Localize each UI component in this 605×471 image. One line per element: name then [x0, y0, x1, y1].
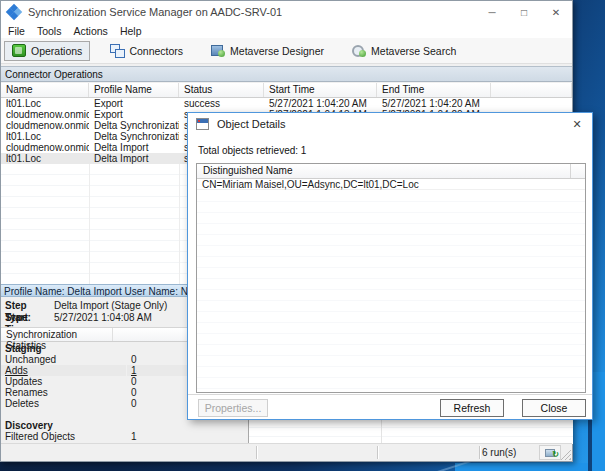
stat-label: [1, 409, 126, 420]
wallpaper-logo-pane: [592, 372, 605, 471]
desktop: { "window": { "title": "Synchronization …: [0, 0, 605, 471]
dialog-title: Object Details: [217, 118, 285, 130]
menu-actions[interactable]: Actions: [67, 25, 113, 37]
window-title: Synchronization Service Manager on AADC-…: [28, 6, 282, 18]
column-header-status[interactable]: Status: [179, 83, 264, 97]
cell-status: success: [179, 98, 264, 109]
start-time-label: Start Time:: [1, 312, 54, 324]
sync-statistics-title: Synchronization Statistics: [1, 328, 113, 341]
column-header-name[interactable]: Name: [1, 83, 89, 97]
table-row[interactable]: lt01.Loc Export success 5/27/2021 1:04:2…: [1, 98, 572, 109]
stat-label: Updates: [1, 376, 126, 387]
object-details-dialog: Object Details ✕ Total objects retrieved…: [187, 112, 593, 420]
cell-name: lt01.Loc: [1, 98, 89, 109]
stat-label: Filtered Objects: [1, 431, 126, 442]
app-sync-diamond-icon: [7, 5, 21, 19]
dialog-separator: [188, 394, 592, 395]
total-objects-label: Total objects retrieved: 1: [198, 145, 306, 156]
stat-label: Renames: [1, 387, 126, 398]
cell-name: lt01.Loc: [1, 153, 89, 164]
stat-label: Staging: [1, 343, 126, 354]
stat-value: [126, 420, 225, 431]
refresh-button[interactable]: Refresh: [440, 399, 504, 417]
operations-book-icon: [12, 44, 26, 57]
wallpaper-logo-pane: [455, 463, 588, 471]
connectors-icon: [110, 44, 124, 57]
column-header-profile-name[interactable]: Profile Name: [89, 83, 179, 97]
toolbar: Operations Connectors Metaverse Designer…: [1, 38, 572, 64]
stat-label: Deletes: [1, 398, 126, 409]
stat-adds-link[interactable]: Adds: [1, 365, 126, 376]
menu-help[interactable]: Help: [114, 25, 148, 37]
dialog-close-button[interactable]: ✕: [562, 113, 592, 135]
stat-row-discovery: Discovery: [1, 420, 248, 431]
metaverse-designer-icon: [211, 44, 225, 57]
stat-label: Discovery: [1, 420, 126, 431]
dn-list-item[interactable]: CN=Miriam Maisel,OU=Adsync,DC=lt01,DC=Lo…: [197, 179, 585, 190]
column-header-distinguished-name[interactable]: Distinguished Name: [197, 164, 571, 178]
connectors-button[interactable]: Connectors: [102, 41, 191, 61]
metaverse-search-button[interactable]: Metaverse Search: [344, 41, 464, 61]
form-window-icon: [196, 118, 209, 130]
cell-name: cloudmenow.onmicros...: [1, 142, 89, 153]
menu-file[interactable]: File: [1, 25, 31, 37]
cell-profile: Delta Import: [89, 142, 179, 153]
metaverse-search-icon: [352, 44, 366, 57]
status-bar: 6 run(s) ↻: [1, 443, 572, 461]
close-button[interactable]: ✕: [540, 1, 572, 23]
column-header-start-time[interactable]: Start Time: [264, 83, 377, 97]
cell-profile: Delta Import: [89, 153, 179, 164]
run-count-status: 6 run(s): [482, 444, 516, 461]
metaverse-designer-label: Metaverse Designer: [230, 45, 324, 57]
stat-row-filtered-objects: Filtered Objects 1: [1, 431, 248, 442]
stat-label: Unchanged: [1, 354, 126, 365]
dialog-title-bar: Object Details ✕: [188, 113, 592, 135]
connector-operations-header: Connector Operations: [1, 66, 572, 82]
metaverse-search-label: Metaverse Search: [371, 45, 456, 57]
window-controls: ─ □ ✕: [476, 1, 572, 23]
stat-value: 1: [126, 431, 225, 442]
title-bar: Synchronization Service Manager on AADC-…: [1, 1, 572, 23]
cell-name: lt01.Loc: [1, 131, 89, 142]
cell-start: 5/27/2021 1:04:20 AM: [264, 98, 377, 109]
cell-profile: Delta Synchronization: [89, 131, 179, 142]
operations-label: Operations: [31, 45, 82, 57]
distinguished-name-list: Distinguished Name CN=Miriam Maisel,OU=A…: [196, 163, 586, 393]
operations-table-header: Name Profile Name Status Start Time End …: [1, 83, 572, 98]
menu-tools[interactable]: Tools: [31, 25, 68, 37]
column-header-end-time[interactable]: End Time: [377, 83, 491, 97]
dialog-close-action-button[interactable]: Close: [522, 399, 586, 417]
cell-end: 5/27/2021 1:04:20 AM: [377, 98, 491, 109]
minimize-button[interactable]: ─: [476, 1, 508, 23]
cell-profile: Delta Synchronization: [89, 120, 179, 131]
maximize-button[interactable]: □: [508, 1, 540, 23]
menu-bar: File Tools Actions Help: [1, 23, 572, 38]
operations-button[interactable]: Operations: [4, 41, 90, 61]
column-header-spacer: [491, 83, 572, 97]
resize-grip[interactable]: [560, 449, 571, 460]
connectors-label: Connectors: [129, 45, 183, 57]
dn-header-spacer: [571, 164, 585, 178]
cell-name: cloudmenow.onmicros...: [1, 120, 89, 131]
step-type-label: Step Type:: [1, 300, 54, 312]
properties-button: Properties...: [198, 399, 268, 417]
metaverse-designer-button[interactable]: Metaverse Designer: [203, 41, 332, 61]
cell-profile: Export: [89, 98, 179, 109]
dn-list-empty-area: [197, 191, 585, 392]
cell-profile: Export: [89, 109, 179, 120]
cell-name: cloudmenow.onmicros...: [1, 109, 89, 120]
dn-list-header: Distinguished Name: [197, 164, 585, 179]
computer-sync-icon: ↻: [539, 445, 561, 460]
